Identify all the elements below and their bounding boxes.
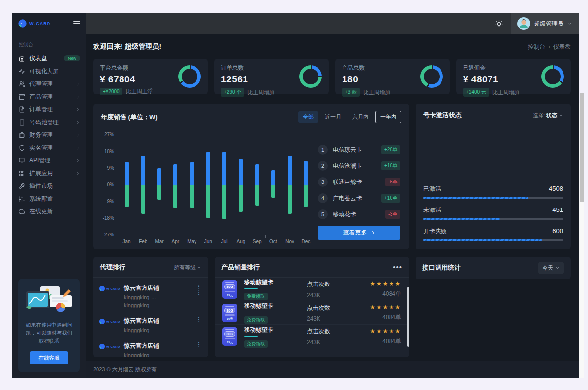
activation-label: 已激活: [423, 185, 441, 193]
sidebar-item-grid[interactable]: 扩展应用: [12, 167, 86, 180]
chevron-right-icon: [76, 133, 80, 137]
y-tick-label: 18%: [104, 149, 114, 154]
sidebar-item-sliders[interactable]: 系统配置: [12, 192, 86, 205]
thumb-data-label: 80G: [224, 308, 235, 313]
breadcrumb-separator: ›: [548, 43, 550, 50]
sidebar-item-monitor[interactable]: API管理: [12, 154, 86, 167]
sales-panel-title: 年度销售 (单位：W): [101, 113, 158, 122]
x-tick-label: Aug: [233, 239, 249, 244]
theme-toggle-sun-icon[interactable]: [495, 20, 503, 27]
agent-name: 惊云官方店铺: [124, 284, 196, 292]
more-vertical-icon[interactable]: ⋮: [196, 317, 202, 322]
agent-subtitle: kingggking: [124, 327, 196, 333]
axis-tick: [217, 235, 217, 238]
progress-fill: [423, 218, 500, 220]
progress-track: [423, 218, 563, 220]
sidebar-item-label: 实名管理: [29, 144, 53, 152]
stat-card-1: 订单总数12561+290 个比上周增加: [214, 59, 329, 94]
agent-name: 惊云官方店铺: [124, 317, 196, 325]
stat-meta: +3 款比上周增加: [342, 88, 390, 97]
rank-delta-badge: +10单: [381, 161, 400, 170]
bar-positive: [206, 152, 210, 185]
sidebar-menu: 控制台 仪表盘New可视化大屏代理管理产品管理订单管理号码池管理财务管理实名管理…: [12, 34, 86, 277]
product-underline: [244, 336, 258, 337]
page-scrollbar-thumb[interactable]: [580, 93, 584, 202]
clicks-label: 点击次数: [307, 280, 347, 288]
activation-status-filter[interactable]: 选择: 状态: [533, 112, 563, 119]
bar-positive: [304, 161, 308, 185]
chevron-right-icon: [76, 95, 80, 99]
sidebar-item-smartphone[interactable]: 号码池管理: [12, 116, 86, 129]
tab-近一月[interactable]: 近一月: [320, 111, 345, 123]
sales-rank-list: 1电信琼云卡+20单2电信沧澜卡+10单3联通巨鲸卡-5单4广电苍云卡+10单5…: [314, 131, 401, 242]
user-menu[interactable]: 超级管理员: [511, 13, 579, 34]
bar-positive: [239, 159, 243, 185]
product-rating: ★★★★★4084单: [347, 304, 401, 322]
x-tick-label: Jul: [217, 239, 233, 244]
home-icon: [19, 55, 25, 62]
x-tick-label: Nov: [282, 239, 298, 244]
rank-delta-badge: -3单: [385, 210, 400, 219]
view-more-button[interactable]: 查看更多: [318, 226, 400, 240]
sidebar-item-cloud[interactable]: 在线更新: [12, 205, 86, 218]
product-rating: ★★★★★4084单: [347, 280, 401, 298]
bar-negative: [239, 185, 243, 212]
stat-meta: +1400 元比上周增加: [463, 88, 519, 97]
tab-六月内[interactable]: 六月内: [348, 111, 373, 123]
sidebar-item-tool[interactable]: 插件市场: [12, 180, 86, 192]
stat-card-left: 产品总数180+3 款比上周增加: [342, 64, 390, 89]
y-tick-label: -9%: [105, 199, 114, 204]
sales-bar-chart: 27%18%9%0%-9%-18%-27% JanFebMarAprMayJun…: [101, 131, 314, 242]
agent-level-filter[interactable]: 所有等级: [174, 264, 201, 271]
sidebar-item-label: 财务管理: [29, 131, 53, 139]
shield-icon: [19, 145, 25, 151]
sidebar-item-briefcase[interactable]: 财务管理: [12, 129, 86, 141]
more-options-icon[interactable]: •••: [393, 266, 402, 269]
sidebar-item-activity[interactable]: 可视化大屏: [12, 65, 86, 78]
smartphone-icon: [19, 119, 25, 126]
agent-name: 惊云官方店铺: [124, 342, 196, 350]
free-badge: 免费领取: [244, 293, 268, 300]
card-activation-panel: 号卡激活状态 选择: 状态 已激活4508未激活451开卡失败600: [416, 104, 571, 249]
product-rank-panel: 产品销量排行 ••• 80G19元移动鲸望卡免费领取点击次数243K★★★★★4…: [215, 257, 409, 357]
chevron-right-icon: [76, 107, 80, 112]
product-thumbnail: 80G19元: [222, 280, 237, 299]
stat-value: 12561: [221, 74, 274, 85]
chevron-right-icon: [76, 133, 80, 137]
more-vertical-icon[interactable]: ⋮⋮: [196, 284, 202, 295]
stat-title: 产品总数: [342, 64, 390, 72]
sidebar-item-shield[interactable]: 实名管理: [12, 141, 86, 154]
breadcrumb-console[interactable]: 控制台: [528, 43, 545, 51]
tab-全部[interactable]: 全部: [298, 111, 318, 123]
agent-subtitle: kingggking: [124, 302, 196, 308]
x-axis-line: [119, 235, 314, 237]
stat-donut-chart: [420, 65, 443, 88]
stat-title: 已返佣金: [463, 64, 519, 72]
app-logo[interactable]: W-CARD: [18, 19, 50, 28]
main-area: 超级管理员 欢迎回来! 超级管理员! 控制台 › 仪表盘 平台总金额¥ 6780…: [86, 13, 579, 378]
sidebar-item-archive[interactable]: 产品管理: [12, 90, 86, 103]
rank-number: 5: [318, 209, 328, 219]
bar-group-Jan: [119, 135, 135, 235]
axis-tick: [200, 235, 200, 238]
axis-tick: [298, 235, 298, 238]
panel-scrollbar-thumb[interactable]: [407, 287, 409, 347]
users-icon: [19, 81, 25, 87]
bar-negative: [190, 185, 194, 208]
more-vertical-icon[interactable]: ⋮: [196, 342, 202, 347]
online-support-button[interactable]: 在线客服: [30, 351, 68, 364]
activation-row-开卡失败: 开卡失败600: [423, 227, 563, 241]
clicks-value: 243K: [307, 315, 347, 322]
agent-rank-panel: 代理排行 所有等级 W-CARD惊云官方店铺kingggking-...king…: [93, 257, 208, 357]
sidebar-item-label: API管理: [29, 156, 50, 165]
menu-collapse-icon[interactable]: [74, 19, 80, 28]
sidebar-item-users[interactable]: 代理管理: [12, 78, 86, 90]
activation-row-已激活: 已激活4508: [423, 185, 563, 199]
sidebar-item-file-text[interactable]: 订单管理: [12, 103, 86, 116]
sidebar-item-home[interactable]: 仪表盘New: [12, 52, 86, 65]
tab-一年内[interactable]: 一年内: [375, 111, 401, 123]
agent-row: W-CARD惊云官方店铺kingggking⋮: [99, 312, 202, 338]
product-underline: [244, 288, 258, 289]
menu-section-label: 控制台: [12, 37, 86, 52]
api-range-filter[interactable]: 今天: [538, 262, 564, 274]
